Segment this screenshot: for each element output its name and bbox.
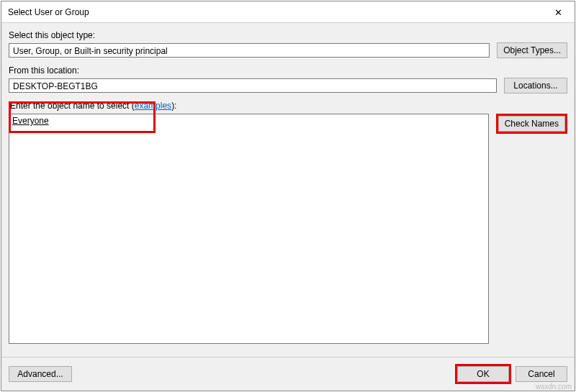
object-type-value: User, Group, or Built-in security princi… <box>9 43 490 58</box>
object-type-row: Select this object type: User, Group, or… <box>9 30 567 58</box>
examples-link[interactable]: examples <box>135 101 171 111</box>
object-name-input[interactable]: Everyone <box>9 114 489 344</box>
object-type-field: Select this object type: User, Group, or… <box>9 30 490 58</box>
location-value: DESKTOP-BEGT1BG <box>9 78 497 93</box>
object-type-label: Select this object type: <box>9 30 490 40</box>
location-row: From this location: DESKTOP-BEGT1BG Loca… <box>9 65 567 94</box>
cancel-button[interactable]: Cancel <box>516 366 567 382</box>
titlebar: Select User or Group ✕ <box>1 1 575 23</box>
location-field: From this location: DESKTOP-BEGT1BG <box>9 65 497 93</box>
window-title: Select User or Group <box>8 7 89 17</box>
close-button[interactable]: ✕ <box>542 1 575 23</box>
highlight-box-ok: OK <box>455 364 511 384</box>
ok-button[interactable]: OK <box>457 366 509 382</box>
highlight-box-check-names: Check Names <box>496 114 567 134</box>
check-names-button[interactable]: Check Names <box>498 116 565 132</box>
dialog-window: Select User or Group ✕ Select this objec… <box>1 1 575 391</box>
object-name-zone: Enter the object name to select (example… <box>9 114 489 344</box>
object-name-row: Enter the object name to select (example… <box>9 101 567 357</box>
locations-button[interactable]: Locations... <box>504 78 567 94</box>
object-types-button[interactable]: Object Types... <box>497 42 567 58</box>
close-icon: ✕ <box>554 7 562 18</box>
check-names-wrap: Check Names <box>496 101 567 357</box>
location-label: From this location: <box>9 65 497 76</box>
object-name-value: Everyone <box>9 114 488 127</box>
object-name-label: Enter the object name to select (example… <box>10 101 176 111</box>
bottom-bar: Advanced... OK Cancel <box>1 357 575 391</box>
watermark: wsxdn.com <box>536 383 572 391</box>
advanced-button[interactable]: Advanced... <box>9 366 72 382</box>
dialog-content: Select this object type: User, Group, or… <box>1 23 575 357</box>
object-name-column: Enter the object name to select (example… <box>9 101 489 357</box>
